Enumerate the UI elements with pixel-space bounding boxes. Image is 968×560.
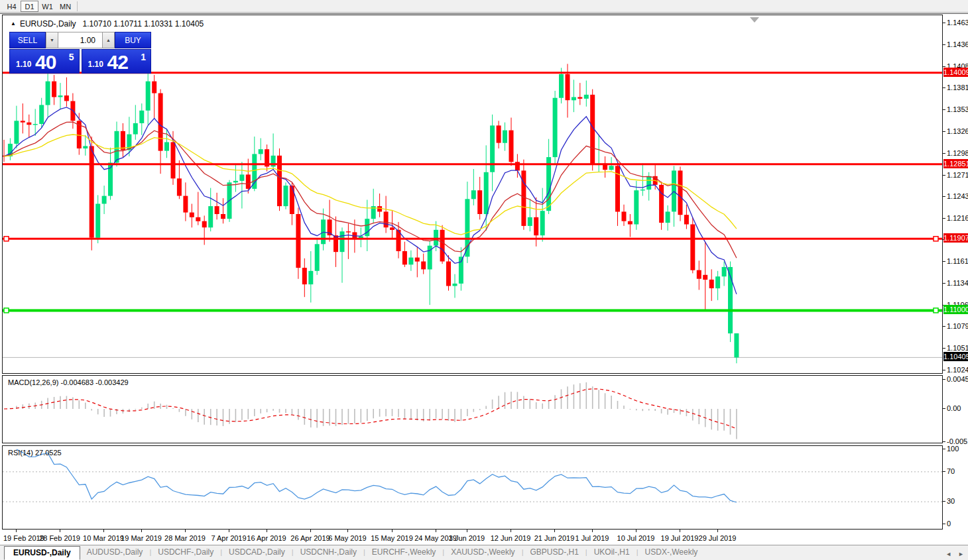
axis-tick (943, 23, 945, 23)
symbol-tab[interactable]: GBPUSD-,H1 (523, 546, 585, 560)
symbol-tab[interactable]: USDCNH-,Daily (294, 546, 363, 560)
candle (471, 190, 476, 199)
candle (146, 82, 151, 111)
symbol-tab[interactable]: XAUUSD-,Weekly (444, 546, 521, 560)
symbol-tab[interactable]: UKOil-,H1 (587, 546, 636, 560)
price-line-label[interactable]: 1.14009 (943, 68, 968, 77)
candle (252, 154, 257, 189)
axis-tick (943, 379, 945, 380)
macd-indicator-pane[interactable]: MACD(12,26,9) -0.004683 -0.003429 (2, 375, 943, 443)
symbol-tab[interactable]: USDCHF-,Daily (151, 546, 220, 560)
macd-chart[interactable] (3, 376, 942, 443)
date-axis-label: 26 Apr 2019 (290, 534, 330, 542)
price-axis-tick: 1.12985 (947, 149, 968, 157)
chart-title: ▲EURUSD-,Daily1.10710 1.10711 1.10331 1.… (11, 19, 204, 28)
rsi-indicator-pane[interactable]: RSI(14) 27.0525 (2, 445, 943, 530)
symbol-tab-bar: EURUSD-,DailyAUDUSD-,Daily|USDCHF-,Daily… (0, 545, 968, 560)
date-axis-label: 19 Jul 2019 (661, 534, 699, 542)
date-tick (347, 530, 348, 532)
line-handle[interactable] (4, 308, 9, 313)
candle (177, 178, 182, 196)
candle (477, 190, 482, 214)
symbol-tab[interactable]: USDCAD-,Daily (222, 546, 292, 560)
tab-scroll-left-icon[interactable]: ◄ (945, 551, 951, 557)
volume-input[interactable] (58, 32, 102, 48)
buy-button[interactable]: BUY (115, 32, 151, 48)
rsi-axis-tick: 30 (947, 497, 955, 505)
date-tick (185, 530, 186, 532)
price-axis-tick: 1.12435 (947, 192, 968, 200)
price-axis-tick: 1.13260 (947, 127, 968, 135)
date-axis-label: 6 May 2019 (328, 534, 366, 542)
volume-increase-button[interactable]: ▲ (102, 32, 115, 48)
symbol-tab-active[interactable]: EURUSD-,Daily (4, 546, 80, 560)
date-tick (103, 530, 104, 532)
price-axis-tick: 1.10790 (947, 322, 968, 330)
line-handle[interactable] (934, 308, 938, 313)
rsi-line (17, 449, 737, 502)
candle (503, 131, 507, 143)
candle (715, 276, 720, 288)
axis-tick (943, 261, 945, 262)
axis-tick (943, 131, 945, 132)
axis-tick (943, 326, 945, 327)
line-handle[interactable] (934, 237, 938, 241)
buy-price-prefix: 1.10 (88, 60, 103, 69)
buy-price-big: 42 (107, 51, 128, 74)
candle (259, 149, 263, 154)
candle (534, 217, 538, 235)
sell-button[interactable]: SELL (9, 32, 46, 48)
candle (678, 170, 683, 215)
line-handle[interactable] (4, 237, 9, 241)
price-line-label[interactable]: 1.11000 (943, 305, 968, 314)
price-axis[interactable]: 1.146351.143601.140851.138101.135351.132… (943, 14, 968, 545)
timeframe-button-w1[interactable]: W1 (38, 1, 56, 12)
price-axis-tick: 1.13810 (947, 84, 968, 91)
date-tick (680, 530, 680, 532)
tab-scroll-right-icon[interactable]: ► (958, 551, 964, 557)
buy-price-display[interactable]: 1.10 42 1 (82, 49, 152, 74)
symbol-tab[interactable]: USDX-,Weekly (638, 546, 705, 560)
candle (290, 186, 294, 214)
date-tick (554, 530, 555, 532)
timeframe-button-mn[interactable]: MN (56, 1, 74, 12)
volume-decrease-button[interactable]: ▼ (46, 32, 58, 48)
rsi-chart[interactable] (3, 446, 942, 529)
price-axis-tick: 1.12160 (947, 214, 968, 222)
macd-signal-line (4, 389, 737, 429)
axis-tick (943, 449, 945, 449)
price-line-label[interactable]: 1.12851 (943, 159, 968, 168)
macd-axis-tick: 0.004532 (947, 375, 968, 383)
date-axis[interactable]: 19 Feb 201928 Feb 201910 Mar 201919 Mar … (2, 530, 943, 545)
price-chart-pane[interactable]: ▲EURUSD-,Daily1.10710 1.10711 1.10331 1.… (2, 15, 943, 374)
candle (509, 131, 514, 162)
axis-tick (943, 196, 945, 197)
axis-tick (943, 109, 945, 110)
price-line-label[interactable]: 1.11907 (943, 233, 968, 243)
candle (577, 97, 582, 99)
candle (622, 211, 627, 221)
candle (453, 284, 457, 286)
sell-price-display[interactable]: 1.10 40 5 (9, 49, 80, 74)
candle (634, 190, 638, 224)
ma-line-17 (4, 122, 737, 258)
candle (239, 174, 244, 181)
candle (202, 221, 207, 228)
symbol-tab[interactable]: AUDUSD-,Daily (80, 546, 150, 560)
candle (497, 125, 501, 142)
candle (139, 111, 144, 123)
price-axis-tick: 1.10240 (947, 366, 968, 374)
timeframe-button-h4[interactable]: H4 (3, 1, 21, 12)
date-tick (511, 530, 511, 532)
date-tick (60, 530, 60, 532)
candle (133, 123, 138, 135)
timeframe-button-d1[interactable]: D1 (21, 1, 38, 12)
axis-tick (943, 348, 945, 349)
date-tick (592, 530, 593, 532)
collapse-triangle-icon[interactable]: ▲ (11, 21, 16, 27)
symbol-tab[interactable]: EURCHF-,Weekly (365, 546, 442, 560)
chart-shift-marker-icon[interactable] (750, 17, 759, 23)
candle (46, 82, 50, 105)
candle (377, 206, 382, 211)
date-axis-label: 28 Feb 2019 (39, 534, 80, 542)
